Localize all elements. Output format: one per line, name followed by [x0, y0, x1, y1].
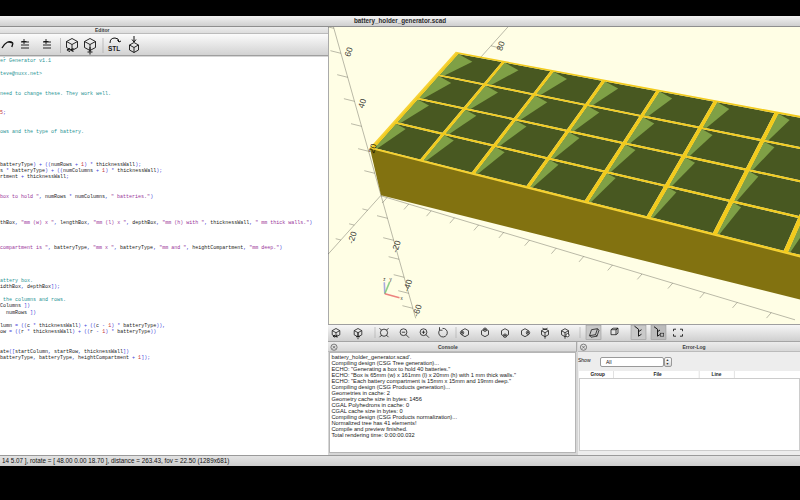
- svg-text:z: z: [383, 277, 386, 282]
- svg-text:-20: -20: [390, 239, 403, 254]
- svg-text:-60: -60: [411, 303, 424, 318]
- svg-text:60: 60: [342, 45, 354, 57]
- svg-text:80: 80: [494, 39, 506, 51]
- svg-text:40: 40: [356, 97, 368, 109]
- svg-text:-20: -20: [346, 230, 359, 245]
- svg-text:STL: STL: [108, 45, 120, 52]
- svg-text:x: x: [401, 295, 404, 300]
- svg-text:-40: -40: [401, 278, 414, 293]
- svg-text:y: y: [390, 276, 393, 281]
